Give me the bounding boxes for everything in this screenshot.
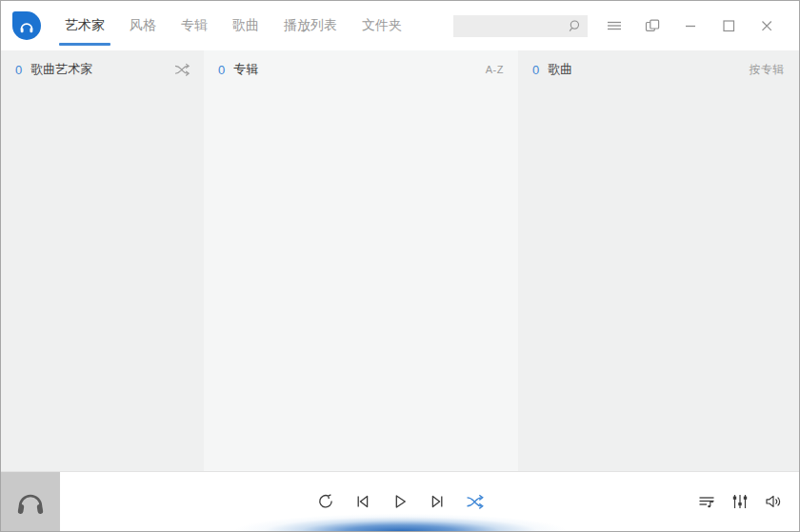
tab-label: 文件夹 [362, 17, 402, 34]
songs-list [518, 89, 799, 471]
songs-count: 0 [532, 63, 539, 77]
artists-count: 0 [15, 63, 22, 77]
tab-playlists[interactable]: 播放列表 [271, 1, 350, 50]
songs-sort-label: 按专辑 [750, 62, 786, 78]
mini-player-button[interactable] [633, 1, 671, 50]
equalizer-icon [731, 493, 749, 510]
tab-label: 歌曲 [232, 17, 259, 34]
songs-header: 0 歌曲 按专辑 [518, 50, 799, 89]
albums-sort-label: A-Z [486, 64, 504, 75]
artists-shuffle-button[interactable] [174, 63, 190, 76]
albums-header: 0 专辑 A-Z [204, 50, 518, 89]
albums-sort-button[interactable]: A-Z [486, 64, 504, 75]
loop-icon [317, 493, 334, 510]
previous-button[interactable] [352, 491, 373, 512]
equalizer-button[interactable] [730, 491, 750, 512]
headphones-placeholder-icon [13, 485, 48, 518]
maximize-button[interactable] [710, 1, 748, 50]
artists-header-label: 歌曲艺术家 [30, 61, 92, 78]
tab-songs[interactable]: 歌曲 [220, 1, 271, 50]
headphones-logo-icon [17, 16, 36, 35]
player-bar [1, 471, 799, 531]
search-box[interactable] [453, 15, 588, 37]
queue-icon [698, 493, 715, 510]
albums-list [204, 89, 518, 471]
tab-label: 风格 [130, 17, 156, 34]
artists-panel: 0 歌曲艺术家 [1, 50, 204, 471]
library-panels: 0 歌曲艺术家 0 专辑 A-Z [1, 50, 799, 471]
previous-icon [355, 493, 370, 510]
tab-albums[interactable]: 专辑 [169, 1, 220, 50]
shuffle-active-icon [466, 494, 484, 509]
loop-button[interactable] [315, 491, 336, 512]
shuffle-icon [174, 63, 190, 76]
tab-artists[interactable]: 艺术家 [52, 1, 117, 50]
search-icon [568, 19, 582, 33]
tab-genres[interactable]: 风格 [117, 1, 169, 50]
albums-panel: 0 专辑 A-Z [204, 50, 518, 471]
menu-icon [607, 18, 622, 33]
queue-button[interactable] [696, 491, 717, 512]
shuffle-button[interactable] [464, 491, 485, 512]
app-window: 艺术家 风格 专辑 歌曲 播放列表 文件夹 [0, 0, 800, 532]
artists-header: 0 歌曲艺术家 [1, 50, 204, 89]
search-input[interactable] [461, 18, 568, 33]
close-button[interactable] [748, 1, 786, 50]
mini-player-icon [645, 18, 660, 33]
maximize-icon [721, 18, 736, 33]
artists-list [1, 89, 204, 471]
app-logo[interactable] [12, 11, 41, 40]
transport-controls [315, 472, 485, 531]
menu-button[interactable] [595, 1, 633, 50]
songs-sort-button[interactable]: 按专辑 [750, 62, 786, 78]
play-icon [392, 493, 408, 510]
minimize-icon [683, 18, 698, 33]
now-playing-artwork[interactable] [1, 472, 60, 531]
nav-tabs: 艺术家 风格 专辑 歌曲 播放列表 文件夹 [52, 1, 414, 50]
window-controls [595, 1, 786, 50]
minimize-button[interactable] [671, 1, 710, 50]
tab-label: 播放列表 [284, 17, 337, 34]
songs-header-label: 歌曲 [548, 61, 572, 78]
albums-header-label: 专辑 [233, 61, 258, 78]
tab-folders[interactable]: 文件夹 [350, 1, 414, 50]
tab-label: 专辑 [181, 17, 208, 34]
next-button[interactable] [427, 491, 448, 512]
top-bar: 艺术家 风格 专辑 歌曲 播放列表 文件夹 [1, 1, 799, 50]
volume-icon [765, 493, 783, 510]
songs-panel: 0 歌曲 按专辑 [518, 50, 799, 471]
next-icon [430, 493, 445, 510]
play-button[interactable] [390, 491, 410, 512]
player-secondary-controls [696, 472, 784, 531]
tab-label: 艺术家 [65, 17, 105, 34]
albums-count: 0 [218, 63, 225, 77]
volume-button[interactable] [763, 491, 784, 512]
close-icon [759, 18, 774, 33]
